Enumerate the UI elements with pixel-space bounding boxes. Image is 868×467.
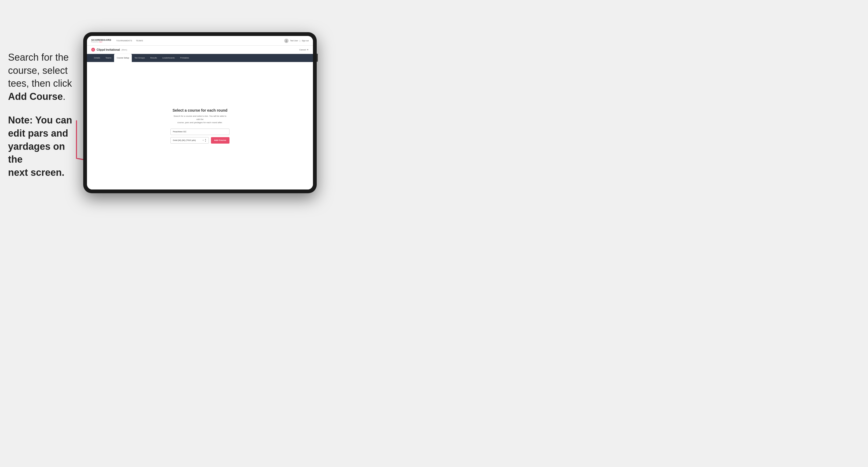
- course-search-input[interactable]: [170, 129, 229, 135]
- tab-results[interactable]: Results: [148, 54, 160, 62]
- instruction-panel: Search for thecourse, selecttees, then c…: [8, 51, 81, 179]
- separator: |: [300, 40, 300, 41]
- cancel-button[interactable]: Cancel ✕: [299, 49, 309, 51]
- tab-bar: Details Teams Course Setup Tee Groups Re…: [87, 54, 313, 62]
- tournament-gender: (Men): [122, 49, 127, 51]
- tab-printables[interactable]: Printables: [178, 54, 192, 62]
- tab-details[interactable]: Details: [91, 54, 103, 62]
- tab-teams[interactable]: Teams: [103, 54, 114, 62]
- svg-point-1: [286, 40, 287, 41]
- tablet-device: SCOREBOARD Powered by clippd TOURNAMENTS…: [83, 32, 317, 193]
- clear-tee-icon[interactable]: ✕: [203, 139, 204, 142]
- add-course-bold: Add Course: [8, 91, 63, 102]
- user-name: Test User: [290, 40, 298, 41]
- tee-select-arrows: ▲ ▼: [205, 138, 207, 142]
- add-course-button[interactable]: Add Course: [211, 137, 229, 144]
- svg-point-2: [285, 41, 287, 42]
- logo: SCOREBOARD Powered by clippd: [91, 39, 112, 43]
- tee-select[interactable]: Gold (M) (M) (7010 yds) ✕ ▲ ▼: [170, 137, 209, 144]
- course-select-title: Select a course for each round: [173, 108, 227, 113]
- nav-links: TOURNAMENTS TEAMS: [116, 40, 284, 41]
- tournament-name: Clippd Invitational: [97, 48, 120, 51]
- tee-select-value: Gold (M) (M) (7010 yds): [173, 139, 196, 142]
- tournament-icon: C: [91, 48, 95, 52]
- tournament-header: C Clippd Invitational (Men) Cancel ✕: [87, 45, 313, 54]
- course-select-desc: Search for a course and select a tee. Yo…: [173, 115, 227, 124]
- cancel-icon: ✕: [307, 49, 309, 51]
- note-text: Note: You canedit pars andyardages on th…: [8, 114, 81, 179]
- tournament-title-area: C Clippd Invitational (Men): [91, 48, 127, 52]
- tab-leaderboards[interactable]: Leaderboards: [160, 54, 178, 62]
- tablet-screen: SCOREBOARD Powered by clippd TOURNAMENTS…: [87, 36, 313, 189]
- power-button: [317, 54, 318, 62]
- sign-out-link[interactable]: Sign out: [302, 40, 309, 41]
- tee-arrow-down: ▼: [205, 141, 207, 142]
- avatar: [284, 39, 288, 43]
- instruction-text: Search for thecourse, selecttees, then c…: [8, 51, 81, 103]
- nav-teams[interactable]: TEAMS: [136, 40, 143, 41]
- top-nav: SCOREBOARD Powered by clippd TOURNAMENTS…: [87, 36, 313, 45]
- nav-tournaments[interactable]: TOURNAMENTS: [116, 40, 132, 41]
- user-area: Test User | Sign out: [284, 39, 309, 43]
- main-content: Select a course for each round Search fo…: [87, 62, 313, 189]
- logo-sub: Powered by clippd: [91, 41, 112, 43]
- tab-course-setup[interactable]: Course Setup: [114, 54, 132, 62]
- tee-arrow-up: ▲: [205, 138, 207, 140]
- tee-selector-row: Gold (M) (M) (7010 yds) ✕ ▲ ▼ Add Course: [170, 137, 229, 144]
- tab-tee-groups[interactable]: Tee Groups: [132, 54, 148, 62]
